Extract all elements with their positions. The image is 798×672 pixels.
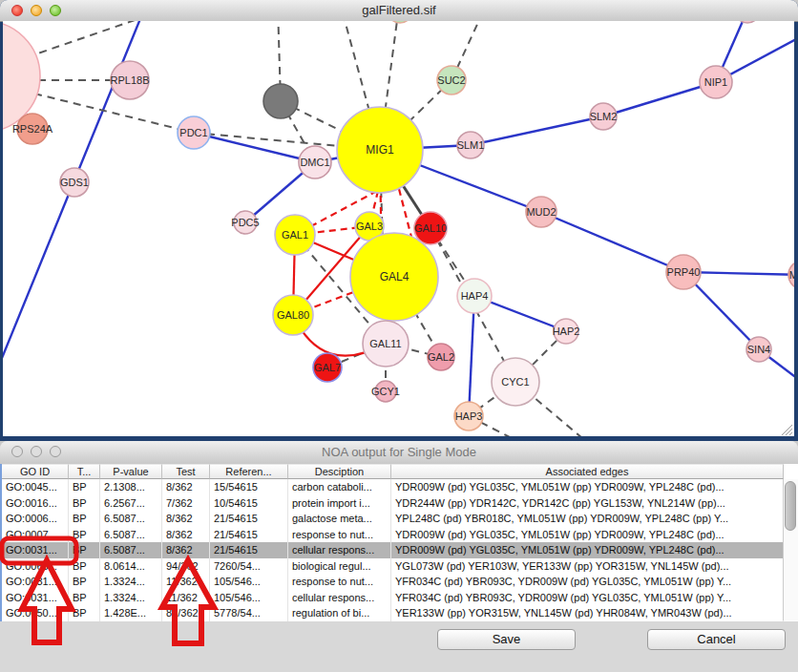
table-cell[interactable]: 6.2567... bbox=[100, 495, 162, 512]
table-cell[interactable]: cellular respons... bbox=[288, 590, 391, 606]
table-row[interactable]: GO:0007...BP6.5087...8/36221/54615respon… bbox=[2, 527, 798, 543]
table-cell[interactable]: protein import i... bbox=[288, 495, 391, 512]
node-RPL18B[interactable] bbox=[111, 61, 149, 99]
node-GCY1[interactable] bbox=[375, 381, 396, 402]
cancel-button[interactable]: Cancel bbox=[647, 629, 786, 650]
table-cell[interactable]: 21/54615 bbox=[210, 542, 288, 558]
table-cell[interactable]: 94/362 bbox=[162, 558, 210, 575]
node-GAL2[interactable] bbox=[428, 344, 454, 370]
table-cell[interactable]: 1.428E... bbox=[100, 605, 162, 621]
table-row[interactable]: GO:0016...BP6.2567...7/36210/54615protei… bbox=[2, 495, 798, 512]
table-cell[interactable]: GO:0031... bbox=[2, 542, 69, 558]
node-PDC1[interactable] bbox=[178, 116, 210, 149]
node-SLM1[interactable] bbox=[457, 132, 484, 158]
table-cell[interactable]: 1.3324... bbox=[100, 590, 162, 606]
table-cell[interactable]: 8/362 bbox=[162, 479, 210, 495]
table-cell[interactable]: response to nut... bbox=[288, 527, 391, 543]
table-cell[interactable]: regulation of bi... bbox=[288, 605, 391, 621]
table-row[interactable]: GO:0031...BP6.5087...8/36221/54615cellul… bbox=[2, 542, 798, 558]
table-row[interactable]: GO:0050...BP1.428E...80/3625778/54...reg… bbox=[2, 605, 798, 621]
column-header[interactable]: Test bbox=[162, 464, 210, 479]
go-term-table[interactable]: GO IDT...P-valueTestReferen...Desciption… bbox=[0, 464, 798, 621]
table-cell[interactable]: 105/546... bbox=[210, 590, 288, 606]
table-cell[interactable]: 8/362 bbox=[162, 527, 210, 543]
table-cell[interactable]: GO:0031... bbox=[2, 590, 69, 606]
table-cell[interactable]: YDR009W (pd) YGL035C, YML051W (pp) YDR00… bbox=[391, 542, 784, 558]
table-cell[interactable]: 21/54615 bbox=[210, 527, 288, 543]
table-cell[interactable]: YPL248C (pd) YBR018C, YML051W (pp) YDR00… bbox=[391, 511, 784, 527]
table-cell[interactable]: YDR009W (pd) YGL035C, YML051W (pp) YDR00… bbox=[391, 527, 784, 543]
table-cell[interactable]: 6.5087... bbox=[100, 511, 162, 527]
node-RPS24A[interactable] bbox=[17, 114, 48, 144]
table-cell[interactable]: carbon cataboli... bbox=[288, 479, 391, 495]
node-GDS1[interactable] bbox=[60, 168, 89, 197]
table-cell[interactable]: BP bbox=[69, 574, 100, 590]
table-row[interactable]: GO:0031...BP1.3324...11/362105/546...cel… bbox=[2, 590, 798, 606]
node-MIG1[interactable] bbox=[337, 107, 423, 193]
table-cell[interactable]: response to nut... bbox=[288, 574, 391, 590]
column-header[interactable]: Desciption bbox=[288, 464, 391, 479]
table-cell[interactable]: 8/362 bbox=[162, 511, 210, 527]
save-button[interactable]: Save bbox=[437, 629, 576, 650]
scrollbar-thumb[interactable] bbox=[785, 481, 796, 531]
node-SIN4[interactable] bbox=[746, 337, 771, 362]
table-cell[interactable]: 11/362 bbox=[162, 574, 210, 590]
table-cell[interactable]: 6.5087... bbox=[100, 542, 162, 558]
table-cell[interactable]: YFR034C (pd) YBR093C, YDR009W (pd) YGL03… bbox=[391, 590, 784, 606]
table-cell[interactable]: BP bbox=[69, 511, 100, 527]
network-window-titlebar[interactable]: galFiltered.sif bbox=[0, 0, 798, 22]
table-cell[interactable]: BP bbox=[69, 495, 100, 512]
noa-window-titlebar[interactable]: NOA output for Single Mode bbox=[0, 441, 798, 465]
table-cell[interactable]: YDR009W (pd) YGL035C, YML051W (pp) YDR00… bbox=[391, 479, 784, 495]
table-cell[interactable]: 2.1308... bbox=[100, 479, 162, 495]
table-cell[interactable]: GO:0031... bbox=[2, 574, 69, 590]
node-PDC5[interactable] bbox=[234, 211, 257, 234]
node-DMC1[interactable] bbox=[299, 146, 331, 178]
table-cell[interactable]: BP bbox=[69, 527, 100, 543]
table-cell[interactable]: 80/362 bbox=[162, 605, 210, 621]
table-cell[interactable]: 105/546... bbox=[210, 574, 288, 590]
node-GAL1[interactable] bbox=[275, 215, 315, 255]
table-cell[interactable]: GO:0006... bbox=[2, 511, 69, 527]
table-cell[interactable]: GO:0050... bbox=[2, 605, 69, 621]
table-cell[interactable]: YGL073W (pd) YER103W, YER133W (pp) YOR31… bbox=[391, 558, 784, 575]
table-cell[interactable]: 8/362 bbox=[162, 542, 210, 558]
column-header[interactable]: T... bbox=[69, 464, 100, 479]
node-HAP4[interactable] bbox=[457, 279, 492, 313]
table-cell[interactable]: BP bbox=[69, 542, 100, 558]
vertical-scrollbar[interactable] bbox=[783, 479, 798, 620]
node-GAL4[interactable] bbox=[350, 233, 438, 321]
table-cell[interactable]: 7/362 bbox=[162, 495, 210, 512]
column-header[interactable]: Referen... bbox=[210, 464, 288, 479]
table-cell[interactable]: 21/54615 bbox=[210, 511, 288, 527]
node-SLM2[interactable] bbox=[590, 103, 617, 130]
node-MUD2[interactable] bbox=[526, 197, 556, 227]
table-cell[interactable]: 5778/54... bbox=[210, 605, 288, 621]
node-SUC2[interactable] bbox=[437, 66, 466, 94]
node-GAL80[interactable] bbox=[273, 295, 313, 335]
table-header-row[interactable]: GO IDT...P-valueTestReferen...Desciption… bbox=[2, 464, 798, 479]
table-cell[interactable]: 10/54615 bbox=[210, 495, 288, 512]
table-cell[interactable]: 15/54615 bbox=[210, 479, 288, 495]
node-GAL7[interactable] bbox=[313, 353, 342, 382]
table-cell[interactable]: BP bbox=[69, 479, 100, 495]
column-header[interactable]: Associated edges bbox=[391, 464, 784, 479]
node-GAL10[interactable] bbox=[414, 212, 447, 244]
table-cell[interactable]: GO:0045... bbox=[2, 479, 69, 495]
node-GAL11[interactable] bbox=[363, 321, 409, 367]
table-row[interactable]: GO:0031...BP1.3324...11/362105/546...res… bbox=[2, 574, 798, 590]
table-cell[interactable]: galactose meta... bbox=[288, 511, 391, 527]
table-cell[interactable]: biological regul... bbox=[288, 558, 391, 575]
node-CYC1[interactable] bbox=[492, 358, 539, 406]
network-canvas[interactable]: RPL18BRPS24AGDS1PDC1PDC5SUC2MIG1DMC1SLM1… bbox=[3, 21, 794, 436]
table-cell[interactable]: GO:0016... bbox=[2, 495, 69, 512]
table-cell[interactable]: YER133W (pp) YOR315W, YNL145W (pd) YHR08… bbox=[391, 605, 784, 621]
table-row[interactable]: GO:0065...BP8.0614...94/3627260/54...bio… bbox=[2, 558, 798, 575]
table-cell[interactable]: BP bbox=[69, 590, 100, 606]
node-NIP1[interactable] bbox=[700, 66, 732, 98]
table-cell[interactable]: GO:0065... bbox=[2, 558, 69, 575]
node-unnamed-gray[interactable] bbox=[263, 84, 298, 118]
table-cell[interactable]: 11/362 bbox=[162, 590, 210, 606]
table-cell[interactable]: BP bbox=[69, 558, 100, 575]
table-cell[interactable]: BP bbox=[69, 605, 100, 621]
